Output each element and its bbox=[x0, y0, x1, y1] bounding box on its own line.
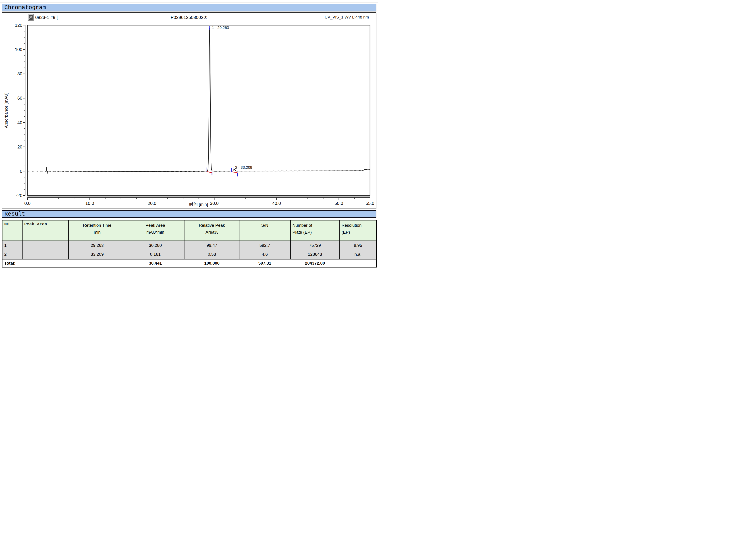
result-table-header-row: NO Peak Area Retention Time min Peak Are… bbox=[2, 220, 377, 241]
resolution-row1: 9.95 bbox=[340, 241, 377, 250]
col-header-retention-time: Retention Time min bbox=[69, 220, 126, 241]
total-empty bbox=[340, 259, 377, 268]
x-tick-label: 0.0 bbox=[24, 201, 31, 206]
x-tick-label: 10.0 bbox=[85, 201, 94, 206]
total-sn: 597.31 bbox=[239, 259, 290, 268]
peak-area-row2: 0.161 bbox=[126, 250, 185, 259]
y-tick-label: 120 bbox=[15, 23, 22, 28]
cell-relative-area: 99.47 0.53 bbox=[185, 241, 239, 259]
y-tick-label: 0 bbox=[20, 169, 22, 174]
header-line: min bbox=[69, 229, 126, 236]
chart-title: P029612508002② bbox=[171, 15, 207, 20]
page-top-divider bbox=[0, 2, 378, 3]
x-axis-shadow bbox=[27, 196, 370, 198]
retention-time-row2: 33.209 bbox=[69, 250, 126, 259]
plates-row2: 128643 bbox=[291, 250, 339, 259]
header-line: Peak Area bbox=[126, 222, 185, 229]
sn-row2: 4.6 bbox=[239, 250, 290, 259]
x-tick-label: 30.0 bbox=[210, 201, 219, 206]
y-tick-label: -20 bbox=[16, 193, 22, 198]
peak-name-row1 bbox=[22, 241, 68, 250]
cell-peak-name bbox=[22, 241, 69, 259]
cell-sn: 592.7 4.6 bbox=[239, 241, 290, 259]
y-tick-label: 40 bbox=[17, 120, 22, 125]
chromatogram-panel: 0823-1 #9 [ P029612508002② UV_VIS_1 WV L… bbox=[2, 12, 376, 209]
total-empty bbox=[22, 259, 69, 268]
header-line: Plate (EP) bbox=[292, 229, 339, 236]
y-tick-label: 60 bbox=[17, 96, 22, 100]
sn-row1: 592.7 bbox=[239, 241, 290, 250]
plot-area: -200204060801001200.010.020.030.040.050.… bbox=[15, 23, 375, 206]
cell-no: 1 2 bbox=[2, 241, 22, 259]
col-header-plates: Number of Plate (EP) bbox=[290, 220, 340, 241]
report-page: Chromatogram 0823-1 #9 [ P029612508002② … bbox=[0, 2, 378, 268]
sample-label: 0823-1 #9 [ bbox=[35, 15, 58, 20]
total-peak-area: 30.441 bbox=[126, 259, 185, 268]
no-row2: 2 bbox=[2, 250, 22, 259]
sample-thumbnail-icon bbox=[28, 14, 34, 20]
result-section-header: Result bbox=[2, 210, 376, 218]
y-tick-label: 20 bbox=[17, 144, 22, 149]
plot-background bbox=[27, 25, 370, 195]
no-row1: 1 bbox=[2, 241, 22, 250]
header-line: (EP) bbox=[342, 229, 377, 236]
x-tick-label: 50.0 bbox=[335, 201, 343, 206]
col-header-no: NO bbox=[2, 220, 22, 241]
result-table-data-rows: 1 2 29.263 33.209 30.280 0.161 99.47 bbox=[2, 241, 377, 259]
retention-time-row1: 29.263 bbox=[69, 241, 126, 250]
total-empty bbox=[69, 259, 126, 268]
x-axis-title: 时间 [min] bbox=[189, 202, 208, 207]
relative-area-row1: 99.47 bbox=[185, 241, 239, 250]
header-line: Relative Peak bbox=[185, 222, 239, 229]
header-line: Resolution bbox=[342, 222, 377, 229]
cell-plates: 75729 128643 bbox=[290, 241, 340, 259]
x-tick-label: 20.0 bbox=[148, 201, 156, 206]
col-header-resolution: Resolution (EP) bbox=[340, 220, 377, 241]
result-section-title: Result bbox=[5, 211, 25, 217]
peak-area-row1: 30.280 bbox=[126, 241, 185, 250]
header-line: Number of bbox=[292, 222, 339, 229]
result-table: NO Peak Area Retention Time min Peak Are… bbox=[2, 220, 377, 268]
col-header-sn: S/N bbox=[239, 220, 290, 241]
total-relative-area: 100.000 bbox=[185, 259, 239, 268]
total-label: Total: bbox=[2, 259, 22, 268]
header-line: Retention Time bbox=[69, 222, 126, 229]
total-plates: 204372.00 bbox=[290, 259, 340, 268]
result-table-total-row: Total: 30.441 100.000 597.31 204372.00 bbox=[2, 259, 377, 268]
header-line: S/N bbox=[239, 222, 290, 229]
col-header-relative-area: Relative Peak Area% bbox=[185, 220, 239, 241]
cell-peak-area: 30.280 0.161 bbox=[126, 241, 185, 259]
cell-resolution: 9.95 n.a. bbox=[340, 241, 377, 259]
chromatogram-section-header: Chromatogram bbox=[2, 4, 376, 12]
y-tick-label: 100 bbox=[15, 47, 22, 52]
header-line: Area% bbox=[185, 229, 239, 236]
cell-retention-time: 29.263 33.209 bbox=[69, 241, 126, 259]
chromatogram-chart: 0823-1 #9 [ P029612508002② UV_VIS_1 WV L… bbox=[2, 13, 376, 207]
x-tick-label: 55.0 bbox=[366, 201, 375, 206]
peak-1-label: 1 - 29.263 bbox=[212, 26, 229, 30]
channel-label: UV_VIS_1 WV L:448 nm bbox=[325, 15, 369, 20]
x-tick-label: 40.0 bbox=[272, 201, 281, 206]
col-header-peak-name: Peak Area bbox=[22, 220, 69, 241]
y-tick-label: 80 bbox=[17, 71, 22, 76]
relative-area-row2: 0.53 bbox=[185, 250, 239, 259]
col-header-peak-area: Peak Area mAU*min bbox=[126, 220, 185, 241]
header-line: mAU*min bbox=[126, 229, 185, 236]
resolution-row2: n.a. bbox=[340, 250, 377, 259]
plates-row1: 75729 bbox=[291, 241, 339, 250]
peak-name-row2 bbox=[22, 250, 68, 259]
peak-2-label: 2 - 33.209 bbox=[235, 165, 252, 170]
y-axis-title: Absorbance [mAU] bbox=[4, 93, 9, 128]
chromatogram-section-title: Chromatogram bbox=[5, 5, 46, 11]
